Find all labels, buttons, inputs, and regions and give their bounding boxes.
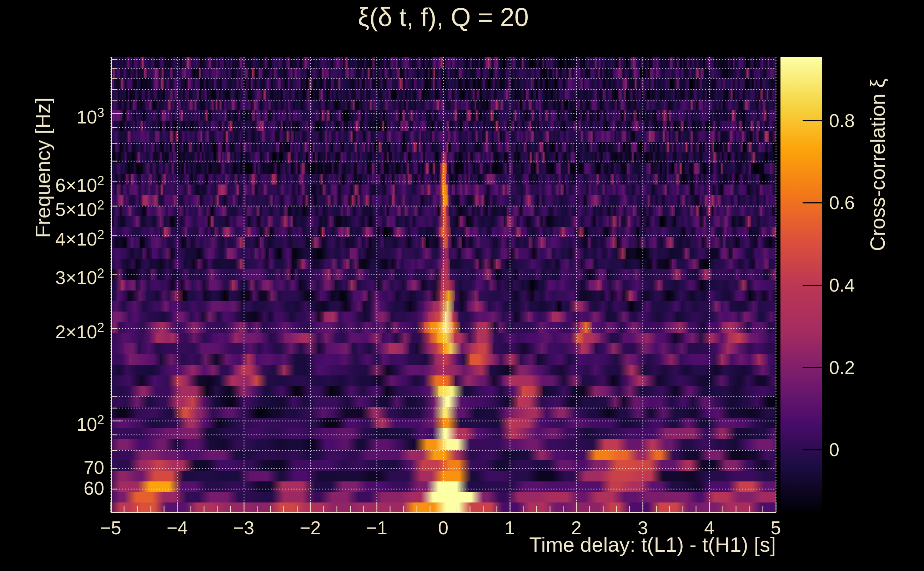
y-tick-label: 5×102 xyxy=(0,194,104,220)
y-tick-label: 6×102 xyxy=(0,170,104,196)
y-tick-label: 70 xyxy=(0,457,104,478)
colorbar-tick-label: 0.6 xyxy=(829,192,855,213)
colorbar-tick-label: 0.4 xyxy=(829,275,855,296)
x-tick-label: −2 xyxy=(282,517,339,538)
colorbar-tick-label: 0.8 xyxy=(829,110,855,131)
x-tick-label: 5 xyxy=(747,517,804,538)
x-tick-label: 3 xyxy=(614,517,671,538)
x-tick-label: 4 xyxy=(681,517,738,538)
colorbar-title: Cross-correlation ξ xyxy=(867,79,888,251)
colorbar-tick-label: 0 xyxy=(829,439,839,460)
spectrogram-canvas xyxy=(0,0,924,571)
chart-title: ξ(δ t, f), Q = 20 xyxy=(111,3,776,31)
y-tick-label: 102 xyxy=(0,409,104,435)
y-tick-label: 2×102 xyxy=(0,317,104,343)
x-tick-label: −1 xyxy=(348,517,405,538)
cross-correlation-figure: ξ(δ t, f), Q = 20 Time delay: t(L1) - t(… xyxy=(0,0,924,571)
y-tick-label: 3×102 xyxy=(0,263,104,289)
y-tick-label: 103 xyxy=(0,102,104,128)
x-tick-label: 1 xyxy=(481,517,538,538)
y-tick-label: 4×102 xyxy=(0,224,104,250)
x-tick-label: 0 xyxy=(415,517,472,538)
colorbar-tick-label: 0.2 xyxy=(829,357,855,378)
y-tick-label: 60 xyxy=(0,477,104,499)
x-tick-label: −3 xyxy=(215,517,272,538)
x-tick-label: 2 xyxy=(548,517,605,538)
x-tick-label: −4 xyxy=(148,517,206,538)
x-tick-label: −5 xyxy=(82,517,139,538)
